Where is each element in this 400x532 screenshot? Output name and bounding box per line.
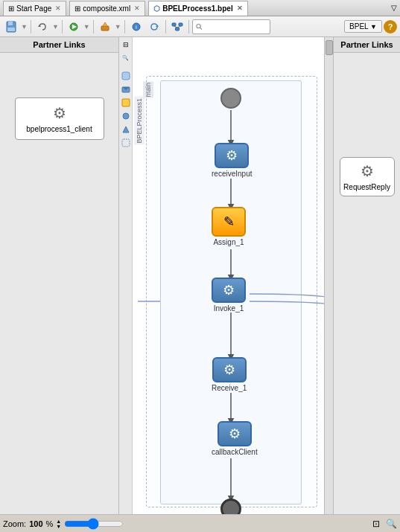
svg-point-16 <box>197 24 200 28</box>
invoke1-node[interactable]: ⚙ Invoke_1 <box>212 278 246 313</box>
svg-line-17 <box>200 28 201 29</box>
left-panel-title: Partner Links <box>33 40 85 49</box>
save-button[interactable] <box>3 19 19 35</box>
receive1-icon: ⚙ <box>223 362 235 378</box>
bpel-dropdown-label: BPEL <box>349 22 368 31</box>
request-reply-label: RequestReply <box>343 183 390 191</box>
gear-icon: ⚙ <box>53 104 66 122</box>
info-button[interactable]: i <box>128 19 145 35</box>
side-label-bpelprocess: BPELProcess1 <box>134 97 145 145</box>
zoom-label: Zoom: <box>3 519 26 528</box>
window-controls[interactable]: ▽ <box>391 4 397 12</box>
tab-bpel-process-label: BPELProcess1.bpel <box>162 4 232 13</box>
assign1-shape: ✎ <box>212 207 246 237</box>
start-node <box>220 88 241 109</box>
sep4 <box>124 20 125 33</box>
invoke1-icon: ⚙ <box>223 282 235 298</box>
zoom-down-arrow[interactable]: ▼ <box>56 524 61 529</box>
right-panel-title: Partner Links <box>340 40 393 49</box>
svg-rect-13 <box>175 28 179 31</box>
bpelprocess-label: BPELProcess1 <box>136 98 143 144</box>
start-circle <box>220 88 241 109</box>
refresh-button[interactable] <box>146 19 162 35</box>
sep1 <box>31 20 31 33</box>
mini-collapse-btn[interactable]: ⊟ <box>120 39 132 51</box>
callback-client-shape: ⚙ <box>218 421 252 446</box>
svg-rect-18 <box>122 72 130 80</box>
title-bar: ⊞ Start Page ✕ ⊞ composite.xml ✕ ⬡ BPELP… <box>0 0 400 16</box>
svg-rect-24 <box>122 139 130 147</box>
svg-point-22 <box>123 113 129 119</box>
undo-button[interactable] <box>34 19 51 35</box>
tab-start-page-label: Start Page <box>16 4 51 13</box>
tab-start-page[interactable]: ⊞ Start Page ✕ <box>3 1 66 16</box>
zoom-extra-btn[interactable]: 🔍 <box>386 519 397 529</box>
svg-rect-11 <box>172 23 176 26</box>
sep2 <box>62 20 63 33</box>
receive-input-label: receiveInput <box>212 170 252 178</box>
receive-input-icon: ⚙ <box>226 147 238 164</box>
invoke1-shape: ⚙ <box>212 278 246 303</box>
mini-assign-btn[interactable] <box>120 97 132 109</box>
mini-reply-btn[interactable] <box>120 124 132 135</box>
help-button[interactable]: ? <box>384 20 397 33</box>
mini-process-btn[interactable] <box>120 70 132 82</box>
zoom-unit: % <box>46 519 54 528</box>
tab-composite-label: composite.xml <box>83 4 130 13</box>
svg-text:i: i <box>136 24 137 31</box>
receive-input-shape: ⚙ <box>215 143 249 168</box>
svg-marker-23 <box>123 126 129 132</box>
zoom-fit-icon[interactable]: ⊡ <box>372 519 380 529</box>
mini-receive-btn[interactable] <box>120 83 132 95</box>
assign1-node[interactable]: ✎ Assign_1 <box>212 207 246 246</box>
sep3 <box>93 20 94 33</box>
mini-invoke-btn[interactable] <box>120 110 132 122</box>
vertical-scrollbar[interactable] <box>324 37 333 514</box>
zoom-slider[interactable] <box>64 518 124 530</box>
toolbar: ▼ ▼ ▼ ▼ i BPEL ▼ ? <box>0 16 400 37</box>
canvas-area: ⊟ 🔍 <box>119 37 324 514</box>
svg-rect-2 <box>7 28 15 31</box>
zoom-bar: Zoom: 100 % ▲ ▼ ⊡ 🔍 <box>0 514 400 532</box>
canvas-wrapper: ⊟ 🔍 <box>119 37 333 514</box>
run-button[interactable] <box>66 19 82 35</box>
left-partner-links-panel: Partner Links ⚙ bpelprocess1_client <box>0 37 119 514</box>
receive1-node[interactable]: ⚙ Receive_1 <box>212 357 247 392</box>
receive-input-node[interactable]: ⚙ receiveInput <box>212 143 252 178</box>
flow-button[interactable] <box>169 19 185 35</box>
assign1-label: Assign_1 <box>213 238 244 246</box>
mini-scope-btn[interactable] <box>120 137 132 149</box>
invoke1-label: Invoke_1 <box>214 304 244 313</box>
partner-link-label: bpelprocess1_client <box>26 125 92 133</box>
bpel-dropdown[interactable]: BPEL ▼ <box>344 20 382 33</box>
right-partner-links-panel: Partner Links ⚙ RequestReply <box>333 37 400 514</box>
mini-toolbar: ⊟ 🔍 <box>119 37 133 514</box>
request-reply-gear-icon: ⚙ <box>361 162 374 180</box>
tab-composite[interactable]: ⊞ composite.xml ✕ <box>69 1 145 16</box>
help-label: ? <box>388 22 393 31</box>
svg-rect-1 <box>8 22 13 25</box>
zoom-spinner[interactable]: ▲ ▼ <box>56 519 61 529</box>
bpelprocess1-client-box[interactable]: ⚙ bpelprocess1_client <box>15 97 104 140</box>
mini-zoom-btn[interactable]: 🔍 <box>120 52 132 64</box>
flow-canvas: ⊟ 🔍 <box>119 37 324 514</box>
main-area: Partner Links ⚙ bpelprocess1_client ⊟ 🔍 <box>0 37 400 514</box>
build-button[interactable] <box>97 19 113 35</box>
callback-client-node[interactable]: ⚙ callbackClient <box>212 421 258 456</box>
end-circle <box>220 499 241 514</box>
svg-rect-21 <box>122 99 130 106</box>
assign1-icon: ✎ <box>223 214 235 230</box>
tab-bpel-process[interactable]: ⬡ BPELProcess1.bpel ✕ <box>148 1 247 16</box>
request-reply-box[interactable]: ⚙ RequestReply <box>340 157 395 196</box>
search-input[interactable] <box>204 22 267 31</box>
left-panel-header: Partner Links <box>0 37 118 53</box>
search-box[interactable] <box>192 19 270 34</box>
right-panel-header: Partner Links <box>334 37 400 53</box>
zoom-up-arrow[interactable]: ▲ <box>56 519 61 524</box>
svg-rect-6 <box>101 26 109 31</box>
callback-client-icon: ⚙ <box>229 426 241 442</box>
receive1-label: Receive_1 <box>212 384 247 392</box>
svg-marker-7 <box>103 22 107 26</box>
callback-client-label: callbackClient <box>212 448 258 456</box>
scrollbar-thumb[interactable] <box>326 40 333 55</box>
